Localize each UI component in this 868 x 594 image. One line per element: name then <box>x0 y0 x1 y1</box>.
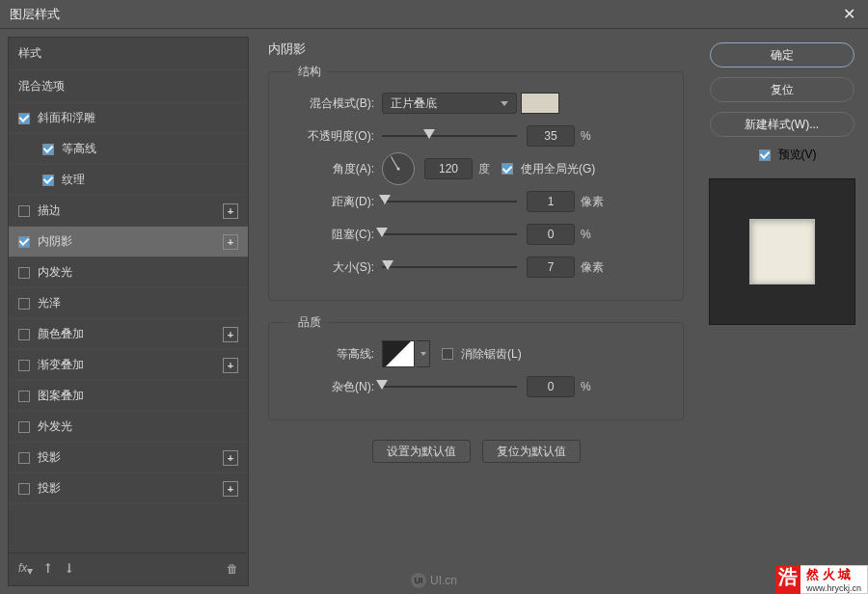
effect-checkbox[interactable] <box>18 298 30 310</box>
effect-checkbox[interactable] <box>18 236 30 248</box>
choke-unit: % <box>581 228 591 241</box>
distance-slider[interactable] <box>382 192 517 211</box>
contour-picker[interactable] <box>382 340 415 367</box>
add-effect-icon[interactable]: + <box>223 203 238 219</box>
titlebar: 图层样式 ✕ <box>0 0 868 29</box>
reset-default-button[interactable]: 复位为默认值 <box>482 440 581 463</box>
sidebar-item-effect[interactable]: 外发光 <box>9 412 248 443</box>
contour-dropdown-icon[interactable] <box>417 340 430 367</box>
global-light-row[interactable]: 使用全局光(G) <box>502 161 595 177</box>
effect-checkbox[interactable] <box>18 113 30 124</box>
brand-text: 然 火 城 www.hryckj.cn <box>800 565 868 594</box>
effect-label: 图案叠加 <box>38 388 84 404</box>
effect-label: 外发光 <box>38 418 72 435</box>
distance-label: 距离(D): <box>283 194 374 210</box>
preview-row[interactable]: 预览(V) <box>759 147 817 163</box>
cancel-button[interactable]: 复位 <box>710 77 854 102</box>
angle-input[interactable]: 120 <box>424 158 473 179</box>
sidebar-header-blend[interactable]: 混合选项 <box>9 70 248 103</box>
uicn-icon: UI <box>411 573 426 588</box>
effect-label: 光泽 <box>38 295 61 311</box>
effect-checkbox[interactable] <box>42 175 54 186</box>
choke-label: 阻塞(C): <box>283 227 374 243</box>
add-effect-icon[interactable]: + <box>223 450 238 466</box>
global-light-checkbox[interactable] <box>502 163 513 175</box>
effect-label: 等高线 <box>62 141 96 157</box>
ok-button[interactable]: 确定 <box>710 42 854 68</box>
angle-dial[interactable] <box>382 152 415 185</box>
add-effect-icon[interactable]: + <box>223 327 238 342</box>
trash-icon[interactable]: 🗑 <box>227 562 238 576</box>
structure-legend: 结构 <box>292 64 327 80</box>
angle-unit: 度 <box>478 161 490 177</box>
effect-label: 投影 <box>38 480 61 497</box>
panel-title: 内阴影 <box>268 40 684 58</box>
effect-label: 纹理 <box>62 172 85 188</box>
effect-label: 斜面和浮雕 <box>38 110 95 126</box>
shadow-color-swatch[interactable] <box>521 93 559 114</box>
blend-mode-select[interactable]: 正片叠底 <box>382 93 517 114</box>
size-input[interactable]: 7 <box>527 256 575 278</box>
preview-checkbox[interactable] <box>759 149 771 161</box>
distance-unit: 像素 <box>581 194 604 210</box>
effect-checkbox[interactable] <box>18 421 30 433</box>
sidebar-item-effect[interactable]: 斜面和浮雕 <box>9 103 248 134</box>
choke-input[interactable]: 0 <box>527 224 575 245</box>
add-effect-icon[interactable]: + <box>223 358 238 373</box>
effect-label: 颜色叠加 <box>38 326 84 342</box>
main-panel: 内阴影 结构 混合模式(B): 正片叠底 不透明度(O): 35 % 角度(A)… <box>258 37 693 586</box>
noise-slider[interactable] <box>382 377 517 396</box>
effect-checkbox[interactable] <box>18 483 30 495</box>
sidebar-item-effect[interactable]: 纹理 <box>9 165 248 196</box>
effect-checkbox[interactable] <box>18 360 30 371</box>
antialias-checkbox[interactable] <box>442 348 453 360</box>
sidebar-item-effect[interactable]: 颜色叠加+ <box>9 319 248 350</box>
effect-checkbox[interactable] <box>18 267 30 279</box>
sidebar-header-styles[interactable]: 样式 <box>9 38 248 70</box>
add-effect-icon[interactable]: + <box>223 481 238 497</box>
distance-input[interactable]: 1 <box>527 191 575 212</box>
opacity-slider[interactable] <box>382 126 517 146</box>
global-light-label: 使用全局光(G) <box>521 161 595 177</box>
effect-checkbox[interactable] <box>18 329 30 340</box>
structure-group: 结构 混合模式(B): 正片叠底 不透明度(O): 35 % 角度(A): 12… <box>268 64 684 301</box>
sidebar-item-effect[interactable]: 内阴影+ <box>9 227 248 257</box>
effect-label: 描边 <box>38 202 61 219</box>
move-up-icon[interactable]: 🠕 <box>42 562 54 576</box>
sidebar-item-effect[interactable]: 图案叠加 <box>9 381 248 412</box>
sidebar-item-effect[interactable]: 等高线 <box>9 134 248 165</box>
sidebar-footer: fx▾ 🠕 🠗 🗑 <box>9 553 248 585</box>
new-style-button[interactable]: 新建样式(W)... <box>710 112 854 137</box>
contour-label: 等高线: <box>283 346 374 363</box>
sidebar-item-effect[interactable]: 描边+ <box>9 196 248 227</box>
effect-checkbox[interactable] <box>42 144 54 155</box>
effect-checkbox[interactable] <box>18 391 30 402</box>
quality-group: 品质 等高线: 消除锯齿(L) 杂色(N): 0 % <box>268 314 684 420</box>
sidebar-item-effect[interactable]: 内发光 <box>9 257 248 288</box>
sidebar-list: 样式 混合选项 斜面和浮雕等高线纹理描边+内阴影+内发光光泽颜色叠加+渐变叠加+… <box>9 38 248 553</box>
sidebar-item-effect[interactable]: 渐变叠加+ <box>9 350 248 381</box>
effect-label: 内发光 <box>38 264 72 281</box>
opacity-label: 不透明度(O): <box>283 128 374 145</box>
blend-mode-label: 混合模式(B): <box>283 95 374 112</box>
fx-menu-icon[interactable]: fx▾ <box>18 561 33 578</box>
effect-label: 投影 <box>38 449 61 466</box>
opacity-input[interactable]: 35 <box>527 125 575 147</box>
move-down-icon[interactable]: 🠗 <box>64 562 75 576</box>
size-slider[interactable] <box>382 257 517 277</box>
defaults-row: 设置为默认值 复位为默认值 <box>268 440 684 463</box>
effect-label: 内阴影 <box>38 233 72 250</box>
add-effect-icon[interactable]: + <box>223 234 238 250</box>
sidebar-item-effect[interactable]: 投影+ <box>9 443 248 473</box>
effect-checkbox[interactable] <box>18 452 30 464</box>
noise-input[interactable]: 0 <box>527 376 575 397</box>
effect-checkbox[interactable] <box>18 205 30 217</box>
sidebar-item-effect[interactable]: 投影+ <box>9 473 248 504</box>
antialias-row[interactable]: 消除锯齿(L) <box>442 346 522 363</box>
make-default-button[interactable]: 设置为默认值 <box>372 440 471 463</box>
choke-slider[interactable] <box>382 225 517 244</box>
close-icon[interactable]: ✕ <box>839 5 858 24</box>
styles-sidebar: 样式 混合选项 斜面和浮雕等高线纹理描边+内阴影+内发光光泽颜色叠加+渐变叠加+… <box>8 37 249 586</box>
sidebar-item-effect[interactable]: 光泽 <box>9 288 248 319</box>
effect-label: 渐变叠加 <box>38 357 84 373</box>
